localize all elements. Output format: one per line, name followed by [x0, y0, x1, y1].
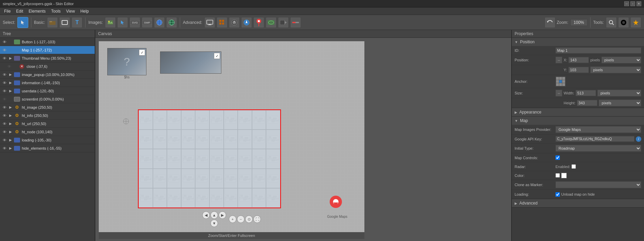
cursor-button[interactable] [117, 17, 128, 28]
apikey-info-icon[interactable]: i [636, 136, 641, 142]
tree-item-hideelements[interactable]: 👁 ▶ hide_elements (-16,-55) [0, 144, 95, 152]
tree-expand-htnode[interactable]: ▶ [8, 130, 13, 134]
provider-select[interactable]: Google Maps OpenStreetMap [555, 126, 641, 133]
zoom-out-button[interactable]: − [237, 215, 245, 223]
compass-button[interactable] [229, 17, 240, 28]
size-link-icon[interactable]: ↔ [555, 90, 562, 96]
tree-eye-htimage[interactable]: 👁 [1, 104, 7, 110]
tree-expand-loading[interactable]: ▶ [8, 138, 13, 142]
tree-expand-thumbmenu[interactable]: ▶ [8, 56, 13, 61]
height-unit-select[interactable]: pixels % [599, 100, 641, 106]
tree-expand-hturl[interactable]: ▶ [8, 121, 13, 126]
bar-button[interactable] [290, 17, 301, 28]
tree-eye-map1[interactable]: 👁 [1, 47, 7, 53]
tree-eye-loading[interactable]: 👁 [1, 137, 7, 143]
tree-item-button1[interactable]: 👁 Button 1 (-127,-103) [0, 38, 95, 46]
tree-item-userdata[interactable]: 👁 ▶ userdata (-120,-80) [0, 87, 95, 95]
nav-up-button[interactable]: ▲ [210, 211, 218, 219]
color-checkbox[interactable] [555, 173, 560, 178]
zoom-value[interactable]: 100% [570, 19, 587, 26]
video-button[interactable] [278, 17, 289, 28]
unload-checkbox[interactable] [555, 192, 560, 197]
mapcontrols-checkbox[interactable] [555, 155, 560, 160]
radar-checkbox[interactable] [571, 164, 576, 169]
close-button[interactable]: ✕ [637, 1, 641, 6]
anchor-bc[interactable] [559, 83, 562, 86]
nav-right-button[interactable]: ▶ [219, 211, 226, 219]
tree-eye-information[interactable]: 👁 [1, 80, 7, 86]
x-input[interactable] [568, 57, 589, 63]
tree-item-close[interactable]: 👁 ✕ close (-37,6) [0, 62, 95, 71]
search-tool-button[interactable] [606, 17, 617, 28]
image-button[interactable] [105, 17, 116, 28]
initialtype-select[interactable]: Roadmap Satellite Hybrid Terrain [555, 145, 641, 152]
anchor-tc[interactable] [559, 77, 562, 80]
svg-button[interactable]: SVG [129, 17, 140, 28]
tree-eye-hideelements[interactable]: 👁 [1, 145, 7, 151]
basic-text-button[interactable]: T [72, 17, 82, 28]
props-section-map-header[interactable]: ▼ Map [512, 117, 644, 125]
swf-button[interactable]: SWF [142, 17, 153, 28]
x-unit-select[interactable]: pixels % [601, 57, 641, 63]
id-input[interactable] [555, 47, 641, 54]
nav-down-button[interactable]: ▼ [210, 220, 218, 227]
menu-tools[interactable]: Tools [48, 8, 63, 14]
star-tool-button[interactable] [630, 17, 641, 28]
canvas-area[interactable]: Canvas ? ✓ $hs ✓ [95, 30, 511, 241]
tree-expand-htimage[interactable]: ▶ [8, 105, 13, 110]
anchor-bl[interactable] [556, 83, 559, 86]
basic-folder-button[interactable] [47, 17, 58, 28]
grid-button[interactable] [217, 17, 227, 28]
menu-edit[interactable]: Edit [13, 8, 26, 14]
tree-expand-information[interactable]: ▶ [8, 80, 13, 85]
fullscreen-button[interactable]: ⛶ [253, 215, 261, 223]
globe-button[interactable] [154, 17, 165, 28]
globe2-button[interactable] [166, 17, 177, 28]
thumbnail-element[interactable]: ? ✓ $hs [107, 48, 146, 79]
tree-item-imagepopup[interactable]: 👁 ▶ image_popup (10.00%,10.00%) [0, 71, 95, 79]
minimize-button[interactable]: ─ [624, 1, 629, 6]
props-section-appearance-header[interactable]: ▶ Appearance [512, 108, 644, 116]
anchor-tl[interactable] [556, 77, 559, 80]
map-element[interactable]: for(let i=0;i<50;i++){ document.write(`<… [138, 109, 281, 208]
anchor-mr[interactable] [562, 80, 565, 83]
position-link-icon[interactable]: ↔ [555, 57, 562, 63]
color-swatch[interactable] [561, 173, 567, 178]
tree-item-htnode[interactable]: 👁 ▶ ⚙ ht_node (100,140) [0, 128, 95, 136]
anchor-tr[interactable] [562, 77, 565, 80]
monitor-button[interactable] [204, 17, 215, 28]
props-section-advanced-header[interactable]: ▶ Advanced [512, 199, 644, 207]
menu-elements[interactable]: Elements [26, 8, 48, 14]
nav-left-button[interactable]: ◀ [202, 211, 210, 219]
height-input[interactable] [577, 100, 597, 106]
pin-button[interactable] [253, 17, 264, 28]
tree-expand-userdata[interactable]: ▶ [8, 89, 13, 93]
width-input[interactable] [576, 90, 596, 96]
tree-item-screentint[interactable]: 👁 screentint (0.00%,0.00%) [0, 95, 95, 103]
menu-file[interactable]: File [1, 8, 13, 14]
thumbnail-element-2[interactable]: ✓ [160, 51, 221, 77]
tree-eye-button1[interactable]: 👁 [1, 39, 7, 45]
y-input[interactable] [568, 67, 589, 73]
anchor-mc[interactable] [559, 80, 562, 83]
zoom-in-button[interactable]: + [229, 215, 236, 223]
width-unit-select[interactable]: pixels % [597, 90, 641, 96]
undo-button[interactable] [545, 17, 555, 28]
tree-eye-userdata[interactable]: 👁 [1, 88, 7, 94]
tree-item-information[interactable]: 👁 ▶ information (-148,-150) [0, 79, 95, 87]
tree-item-loading[interactable]: 👁 ▶ loading (-105,-30) [0, 136, 95, 144]
tree-expand-htinfo[interactable]: ▶ [8, 113, 13, 118]
tree-eye-close[interactable]: 👁 [6, 63, 12, 70]
menu-view[interactable]: View [63, 8, 78, 14]
thumb-checkbox[interactable]: ✓ [139, 49, 145, 56]
panorama-button[interactable] [266, 17, 277, 28]
apikey-input[interactable] [555, 136, 634, 142]
tree-item-thumbmenu[interactable]: 👁 ▶ Thumbnail Menu (30.50%,23) [0, 54, 95, 62]
tree-eye-htnode[interactable]: 👁 [1, 129, 7, 135]
anchor-br[interactable] [562, 83, 565, 86]
select-tool-button[interactable] [17, 17, 28, 28]
tree-expand-imagepopup[interactable]: ▶ [8, 72, 13, 77]
anchor-ml[interactable] [556, 80, 559, 83]
zoom-reset-button[interactable]: ⊙ [245, 215, 253, 223]
tree-eye-screentint[interactable]: 👁 [1, 96, 7, 102]
